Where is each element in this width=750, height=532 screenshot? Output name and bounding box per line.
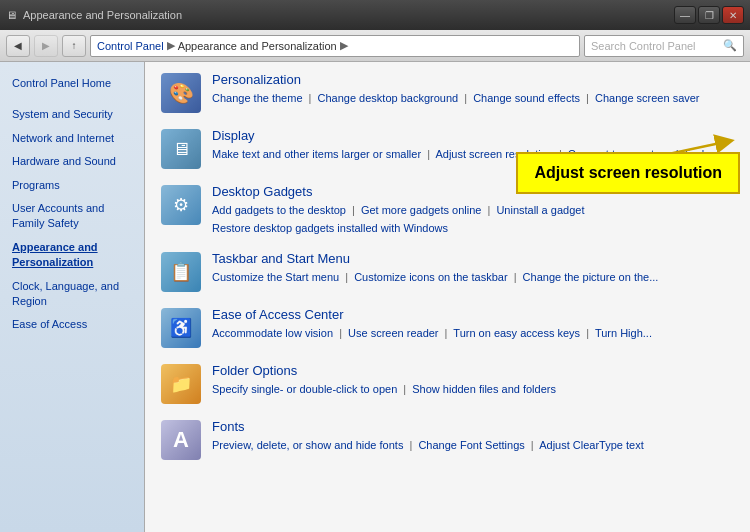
content-area: 🎨 Personalization Change the theme | Cha… [145, 62, 750, 532]
more-gadgets-link[interactable]: Get more gadgets online [361, 204, 481, 216]
high-contrast-link[interactable]: Turn High... [595, 327, 652, 339]
folder-links: Specify single- or double-click to open … [212, 381, 735, 399]
window-title: Appearance and Personalization [23, 9, 182, 21]
add-gadgets-link[interactable]: Add gadgets to the desktop [212, 204, 346, 216]
taskbar-content: Taskbar and Start Menu Customize the Sta… [212, 251, 735, 287]
external-display-link[interactable]: Connect to an external display [568, 148, 716, 160]
easy-access-keys-link[interactable]: Turn on easy access keys [453, 327, 580, 339]
taskbar-icon: 📋 [160, 251, 202, 293]
personalization-content: Personalization Change the theme | Chang… [212, 72, 735, 108]
up-button[interactable]: ↑ [62, 35, 86, 57]
screen-reader-link[interactable]: Use screen reader [348, 327, 439, 339]
fonts-icon: A [160, 419, 202, 461]
ease-title[interactable]: Ease of Access Center [212, 307, 735, 322]
restore-gadgets-link[interactable]: Restore desktop gadgets installed with W… [212, 222, 448, 234]
address-bar: ◀ ▶ ↑ Control Panel ▶ Appearance and Per… [0, 30, 750, 62]
customize-icons-link[interactable]: Customize icons on the taskbar [354, 271, 507, 283]
personalization-title[interactable]: Personalization [212, 72, 735, 87]
customize-start-link[interactable]: Customize the Start menu [212, 271, 339, 283]
sidebar: Control Panel Home System and Security N… [0, 62, 145, 532]
display-links: Make text and other items larger or smal… [212, 146, 735, 164]
display-content: Display Make text and other items larger… [212, 128, 735, 164]
font-settings-link[interactable]: Change Font Settings [418, 439, 524, 451]
ease-content: Ease of Access Center Accommodate low vi… [212, 307, 735, 343]
search-icon: 🔍 [723, 39, 737, 52]
sidebar-item-hardware-sound[interactable]: Hardware and Sound [0, 150, 144, 173]
category-taskbar: 📋 Taskbar and Start Menu Customize the S… [160, 251, 735, 293]
display-icon: 🖥 [160, 128, 202, 170]
breadcrumb-arrow: ▶ [340, 39, 348, 52]
category-desktop-gadgets: ⚙ Desktop Gadgets Add gadgets to the des… [160, 184, 735, 237]
fonts-links: Preview, delete, or show and hide fonts … [212, 437, 735, 455]
breadcrumb-separator: ▶ [167, 39, 175, 52]
single-double-click-link[interactable]: Specify single- or double-click to open [212, 383, 397, 395]
sidebar-item-ease-of-access[interactable]: Ease of Access [0, 313, 144, 336]
change-screensaver-link[interactable]: Change screen saver [595, 92, 700, 104]
folder-title[interactable]: Folder Options [212, 363, 735, 378]
folder-icon: 📁 [160, 363, 202, 405]
hidden-files-link[interactable]: Show hidden files and folders [412, 383, 556, 395]
low-vision-link[interactable]: Accommodate low vision [212, 327, 333, 339]
fonts-title[interactable]: Fonts [212, 419, 735, 434]
sidebar-item-system-security[interactable]: System and Security [0, 103, 144, 126]
main-area: Control Panel Home System and Security N… [0, 62, 750, 532]
category-fonts: A Fonts Preview, delete, or show and hid… [160, 419, 735, 461]
gadgets-links: Add gadgets to the desktop | Get more ga… [212, 202, 735, 237]
window-icon: 🖥 [6, 9, 17, 21]
ease-links: Accommodate low vision | Use screen read… [212, 325, 735, 343]
category-folder-options: 📁 Folder Options Specify single- or doub… [160, 363, 735, 405]
sidebar-item-appearance[interactable]: Appearance and Personalization [0, 236, 144, 275]
maximize-button[interactable]: ❐ [698, 6, 720, 24]
title-bar: 🖥 Appearance and Personalization — ❐ ✕ [0, 0, 750, 30]
search-placeholder: Search Control Panel [591, 40, 696, 52]
personalization-links: Change the theme | Change desktop backgr… [212, 90, 735, 108]
breadcrumb-current: Appearance and Personalization [178, 40, 337, 52]
sidebar-item-control-panel-home[interactable]: Control Panel Home [0, 72, 144, 95]
personalization-icon: 🎨 [160, 72, 202, 114]
taskbar-title[interactable]: Taskbar and Start Menu [212, 251, 735, 266]
cleartype-link[interactable]: Adjust ClearType text [539, 439, 644, 451]
fonts-content: Fonts Preview, delete, or show and hide … [212, 419, 735, 455]
gadgets-icon: ⚙ [160, 184, 202, 226]
gadgets-content: Desktop Gadgets Add gadgets to the deskt… [212, 184, 735, 237]
forward-button[interactable]: ▶ [34, 35, 58, 57]
category-personalization: 🎨 Personalization Change the theme | Cha… [160, 72, 735, 114]
ease-icon: ♿ [160, 307, 202, 349]
title-bar-left: 🖥 Appearance and Personalization [6, 9, 182, 21]
breadcrumb: Control Panel ▶ Appearance and Personali… [90, 35, 580, 57]
title-bar-controls: — ❐ ✕ [674, 6, 744, 24]
sidebar-item-programs[interactable]: Programs [0, 174, 144, 197]
folder-content: Folder Options Specify single- or double… [212, 363, 735, 399]
change-sound-link[interactable]: Change sound effects [473, 92, 580, 104]
back-button[interactable]: ◀ [6, 35, 30, 57]
minimize-button[interactable]: — [674, 6, 696, 24]
taskbar-links: Customize the Start menu | Customize ico… [212, 269, 735, 287]
category-display: 🖥 Display Make text and other items larg… [160, 128, 735, 170]
category-ease-of-access: ♿ Ease of Access Center Accommodate low … [160, 307, 735, 349]
sidebar-item-user-accounts[interactable]: User Accounts and Family Safety [0, 197, 144, 236]
sidebar-item-clock-language[interactable]: Clock, Language, and Region [0, 275, 144, 314]
preview-fonts-link[interactable]: Preview, delete, or show and hide fonts [212, 439, 403, 451]
sidebar-item-network-internet[interactable]: Network and Internet [0, 127, 144, 150]
close-button[interactable]: ✕ [722, 6, 744, 24]
uninstall-gadget-link[interactable]: Uninstall a gadget [496, 204, 584, 216]
gadgets-title[interactable]: Desktop Gadgets [212, 184, 735, 199]
display-title[interactable]: Display [212, 128, 735, 143]
change-picture-link[interactable]: Change the picture on the... [523, 271, 659, 283]
change-background-link[interactable]: Change desktop background [318, 92, 459, 104]
adjust-resolution-link[interactable]: Adjust screen resolution [435, 148, 552, 160]
change-theme-link[interactable]: Change the theme [212, 92, 303, 104]
text-size-link[interactable]: Make text and other items larger or smal… [212, 148, 421, 160]
search-box[interactable]: Search Control Panel 🔍 [584, 35, 744, 57]
breadcrumb-root[interactable]: Control Panel [97, 40, 164, 52]
